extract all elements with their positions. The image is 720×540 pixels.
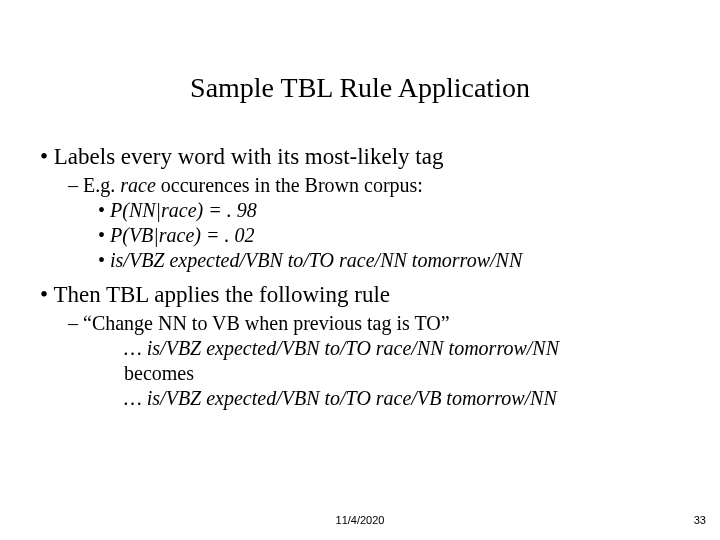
slide-body: Labels every word with its most-likely t… — [0, 104, 720, 410]
body-line: becomes — [124, 362, 680, 385]
bullet-level2: “Change NN to VB when previous tag is TO… — [68, 312, 680, 335]
slide-title: Sample TBL Rule Application — [0, 0, 720, 104]
bullet-text: “Change NN to VB when previous tag is TO… — [83, 312, 450, 334]
example-text: … is/VBZ expected/VBN to/TO race/NN tomo… — [124, 337, 559, 359]
bullet-text: Then TBL applies the following rule — [53, 282, 390, 307]
bullet-level3: P(NN|race) = . 98 — [98, 199, 680, 222]
bullet-text: E.g. — [83, 174, 120, 196]
body-line: … is/VBZ expected/VBN to/TO race/NN tomo… — [124, 337, 680, 360]
bullet-text: Labels every word with its most-likely t… — [54, 144, 444, 169]
body-text: becomes — [124, 362, 194, 384]
bullet-level1: Then TBL applies the following rule — [40, 282, 680, 308]
example-text: … is/VBZ expected/VBN to/TO race/VB tomo… — [124, 387, 557, 409]
bullet-level2: E.g. race occurences in the Brown corpus… — [68, 174, 680, 197]
bullet-level3: is/VBZ expected/VBN to/TO race/NN tomorr… — [98, 249, 680, 272]
bullet-text: occurences in the Brown corpus: — [156, 174, 423, 196]
slide: Sample TBL Rule Application Labels every… — [0, 0, 720, 540]
bullet-text: P(NN|race) = . 98 — [110, 199, 257, 221]
bullet-text: P(VB|race) = . 02 — [110, 224, 255, 246]
bullet-text: is/VBZ expected/VBN to/TO race/NN tomorr… — [110, 249, 522, 271]
body-line: … is/VBZ expected/VBN to/TO race/VB tomo… — [124, 387, 680, 410]
bullet-level1: Labels every word with its most-likely t… — [40, 144, 680, 170]
bullet-level3: P(VB|race) = . 02 — [98, 224, 680, 247]
footer-date: 11/4/2020 — [0, 514, 720, 526]
italic-word: race — [120, 174, 156, 196]
footer-page-number: 33 — [694, 514, 706, 526]
